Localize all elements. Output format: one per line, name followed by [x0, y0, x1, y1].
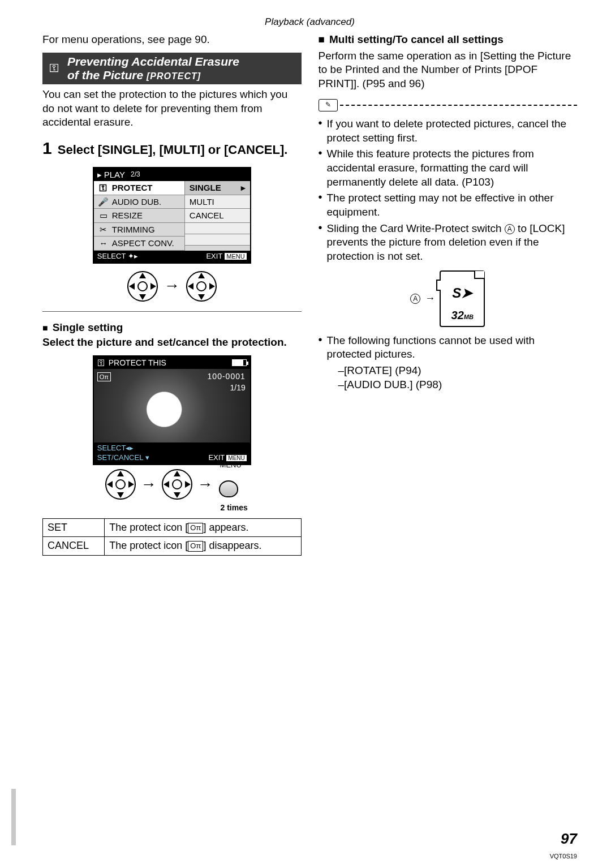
- note-divider: ✎: [319, 99, 578, 111]
- result-cancel-label: CANCEL: [43, 537, 105, 555]
- arrow-right-icon: →: [141, 474, 157, 495]
- menu-tag: MENU: [226, 455, 246, 461]
- list-item: While this feature protects the pictures…: [319, 147, 578, 189]
- sd-card-icon: S➤ 32MB: [440, 270, 485, 327]
- result-set-desc: The protect icon [Oπ] appears.: [105, 519, 301, 537]
- set-cancel-label: SET/CANCEL: [97, 453, 143, 462]
- document-code: VQT0S19: [550, 852, 577, 860]
- image-counter: 1/19: [230, 383, 246, 393]
- step-1-text: Select [SINGLE], [MULTI] or [CANCEL].: [58, 143, 288, 157]
- battery-icon: [232, 359, 247, 366]
- sub-item-rotate: –[ROTATE] (P94): [338, 364, 577, 378]
- two-times-label: 2 times: [93, 502, 251, 513]
- play-label: PLAY: [104, 169, 125, 181]
- nav-arrows-icon: ✦▸: [128, 252, 138, 260]
- menu-tag: MENU: [225, 253, 246, 260]
- menu-item-aspect-conv[interactable]: ↔ASPECT CONV.: [94, 237, 184, 251]
- key-icon: ⚿: [97, 182, 110, 194]
- key-icon: ⚿: [46, 60, 63, 77]
- result-table: SET The protect icon [Oπ] appears. CANCE…: [42, 518, 302, 556]
- protect-badge-icon: Oπ: [188, 541, 203, 552]
- dpad-sequence-2: → → MENU: [42, 469, 302, 500]
- aspect-icon: ↔: [97, 238, 110, 249]
- dashed-line: [340, 105, 578, 106]
- feature-banner: ⚿ Preventing Accidental Erasure of the P…: [42, 53, 302, 84]
- play-page: 2/3: [131, 170, 140, 179]
- protect-badge-icon: Oπ: [97, 372, 111, 381]
- list-item: Sliding the Card Write-Protect switch A …: [319, 222, 578, 264]
- table-row: CANCEL The protect icon [Oπ] disappears.: [43, 537, 302, 555]
- protect-badge-icon: Oπ: [188, 523, 203, 534]
- down-arrow-icon: ▾: [145, 453, 149, 462]
- arrow-right-icon: →: [164, 276, 180, 296]
- multi-setting-heading: ■ Multi setting/To cancel all settings: [319, 33, 578, 47]
- list-item: The protect setting may not be effective…: [319, 191, 578, 219]
- page-number: 97: [561, 830, 577, 849]
- file-number: 100-0001: [208, 371, 246, 381]
- svg-point-1: [138, 282, 147, 291]
- svg-point-3: [197, 282, 206, 291]
- play-icon: ▸: [97, 169, 102, 181]
- menu-item-trimming[interactable]: ✂TRIMMING: [94, 223, 184, 237]
- list-item: If you want to delete protected pictures…: [319, 117, 578, 145]
- menu-option-blank: [185, 223, 250, 234]
- menu-option-cancel[interactable]: CANCEL: [185, 209, 250, 223]
- sd-card-figure: A → S➤ 32MB: [319, 270, 578, 327]
- lr-arrows-icon: ◂▸: [126, 444, 134, 452]
- key-icon: ⚿: [97, 358, 105, 368]
- banner-line1: Preventing Accidental Erasure: [67, 55, 239, 68]
- sd-size-num: 32: [451, 309, 464, 321]
- menu-item-audio-dub[interactable]: 🎤AUDIO DUB.: [94, 195, 184, 209]
- step-number: 1: [42, 139, 52, 157]
- page-header-section: Playback (advanced): [42, 16, 577, 28]
- chevron-right-icon: ▸: [241, 182, 246, 194]
- dpad-sequence-1: →: [42, 270, 302, 302]
- result-set-label: SET: [43, 519, 105, 537]
- left-column: For menu operations, see page 90. ⚿ Prev…: [42, 33, 302, 556]
- arrow-right-icon: →: [197, 474, 213, 495]
- sd-logo: S➤: [441, 284, 484, 302]
- menu-button-icon: [219, 480, 238, 497]
- sd-size-unit: MB: [464, 313, 474, 320]
- divider: [42, 311, 302, 312]
- table-row: SET The protect icon [Oπ] appears.: [43, 519, 302, 537]
- menu-option-multi[interactable]: MULTI: [185, 195, 250, 209]
- right-column: ■ Multi setting/To cancel all settings P…: [319, 33, 578, 556]
- menu-item-protect[interactable]: ⚿PROTECT: [94, 181, 184, 195]
- square-bullet-icon: ■: [319, 33, 325, 47]
- select-label: SELECT: [97, 252, 126, 260]
- menu-ref-text: For menu operations, see page 90.: [42, 33, 302, 47]
- protect-screen-graphic: ⚿PROTECT THIS Oπ 100-0001 1/19 SELECT◂▸ …: [93, 355, 251, 465]
- banner-feature-tag: [PROTECT]: [147, 71, 201, 81]
- notes-list-2: The following functions cannot be used w…: [319, 334, 578, 392]
- select-label: SELECT: [97, 444, 126, 452]
- menu-button-label: MENU: [220, 461, 242, 470]
- menu-option-blank: [185, 234, 250, 246]
- binding-mark: [11, 789, 16, 845]
- notes-list: If you want to delete protected pictures…: [319, 117, 578, 264]
- multi-setting-desc: Perform the same operation as in [Settin…: [319, 49, 578, 91]
- list-item: The following functions cannot be used w…: [319, 334, 578, 392]
- square-bullet-icon: ■: [42, 323, 48, 334]
- svg-point-7: [173, 480, 182, 489]
- resize-icon: ▭: [97, 210, 110, 221]
- sub-item-audio-dub: –[AUDIO DUB.] (P98): [338, 378, 577, 392]
- photo-preview: Oπ 100-0001 1/19: [94, 369, 250, 442]
- banner-description: You can set the protection to the pictur…: [42, 88, 302, 130]
- menu-option-single[interactable]: SINGLE▸: [185, 181, 250, 195]
- scissors-icon: ✂: [97, 224, 110, 235]
- label-a-icon: A: [410, 294, 420, 304]
- banner-line2a: of the Picture: [67, 68, 147, 81]
- note-icon: ✎: [319, 99, 338, 111]
- single-setting-instruction: Select the picture and set/cancel the pr…: [42, 336, 302, 350]
- single-setting-heading: ■ Single setting: [42, 321, 302, 335]
- menu-item-resize[interactable]: ▭RESIZE: [94, 209, 184, 223]
- dpad-icon: [186, 270, 217, 302]
- dpad-icon: [127, 270, 158, 302]
- exit-label: EXIT: [206, 252, 222, 260]
- result-cancel-desc: The protect icon [Oπ] disappears.: [105, 537, 301, 555]
- mic-icon: 🎤: [97, 196, 110, 208]
- play-menu-graphic: ▸ PLAY 2/3 ⚿PROTECT 🎤AUDIO DUB. ▭RESIZE …: [93, 167, 251, 264]
- arrow-right-icon: →: [425, 292, 435, 305]
- step-1-heading: 1 Select [SINGLE], [MULTI] or [CANCEL].: [42, 137, 302, 159]
